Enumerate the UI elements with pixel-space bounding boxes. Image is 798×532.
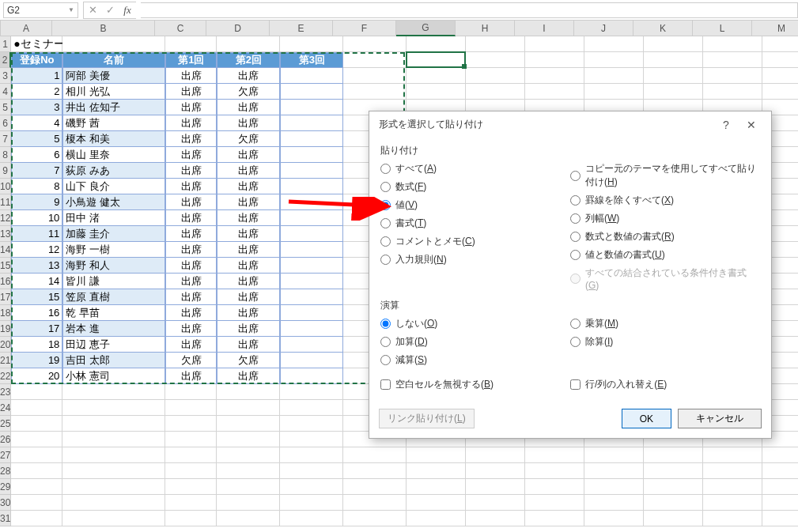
- cell-D26[interactable]: [217, 432, 280, 447]
- cell-C24[interactable]: [165, 400, 217, 416]
- cell-C12[interactable]: 出席: [165, 210, 217, 226]
- fx-icon[interactable]: fx: [119, 2, 136, 18]
- cell-H1[interactable]: [466, 36, 525, 52]
- cell-B26[interactable]: [62, 432, 165, 447]
- cell-L3[interactable]: [703, 68, 762, 84]
- cell-M4[interactable]: [762, 84, 798, 100]
- cell-E3[interactable]: [280, 68, 343, 84]
- name-box[interactable]: G2 ▼: [3, 2, 78, 18]
- cell-I31[interactable]: [525, 511, 584, 526]
- cell-C7[interactable]: 出席: [165, 131, 217, 147]
- row-header-27[interactable]: 27: [0, 447, 11, 463]
- cell-C13[interactable]: 出席: [165, 226, 217, 242]
- column-header-J[interactable]: J: [574, 21, 633, 36]
- cell-C11[interactable]: 出席: [165, 194, 217, 210]
- cell-J3[interactable]: [584, 68, 644, 84]
- cell-H29[interactable]: [466, 479, 525, 495]
- cell-J28[interactable]: [584, 463, 644, 479]
- option-valnum[interactable]: 値と数値の書式(U): [570, 248, 760, 262]
- cell-G28[interactable]: [407, 463, 466, 479]
- cell-C2[interactable]: 第1回: [165, 52, 217, 68]
- cell-D4[interactable]: 欠席: [217, 84, 280, 100]
- cell-E1[interactable]: [280, 36, 343, 52]
- cell-K30[interactable]: [644, 495, 703, 511]
- row-header-17[interactable]: 17: [0, 289, 11, 305]
- column-header-C[interactable]: C: [155, 21, 206, 36]
- cell-E22[interactable]: [280, 368, 343, 384]
- cell-F30[interactable]: [343, 495, 407, 511]
- cell-L28[interactable]: [703, 463, 762, 479]
- cell-J27[interactable]: [584, 447, 644, 463]
- cell-I3[interactable]: [525, 68, 584, 84]
- cell-L29[interactable]: [703, 479, 762, 495]
- cell-A24[interactable]: [11, 400, 62, 416]
- cell-D11[interactable]: 出席: [217, 194, 280, 210]
- cell-L30[interactable]: [703, 495, 762, 511]
- row-header-30[interactable]: 30: [0, 495, 11, 511]
- cell-I29[interactable]: [525, 479, 584, 495]
- option-none[interactable]: しない(O): [380, 317, 570, 330]
- cell-J1[interactable]: [584, 36, 644, 52]
- row-header-9[interactable]: 9: [0, 163, 11, 179]
- cell-E8[interactable]: [280, 147, 343, 163]
- cell-B2[interactable]: 名前: [62, 52, 165, 68]
- cell-D9[interactable]: 出席: [217, 163, 280, 179]
- cell-H27[interactable]: [466, 447, 525, 463]
- paste-link-button[interactable]: リンク貼り付け(L): [379, 409, 475, 428]
- row-header-14[interactable]: 14: [0, 242, 11, 258]
- cell-A27[interactable]: [11, 447, 62, 463]
- cell-B3[interactable]: 阿部 美優: [62, 68, 165, 84]
- row-header-4[interactable]: 4: [0, 84, 11, 100]
- cell-I1[interactable]: [525, 36, 584, 52]
- column-header-B[interactable]: B: [52, 21, 155, 36]
- cell-C28[interactable]: [165, 463, 217, 479]
- cell-K4[interactable]: [644, 84, 703, 100]
- cell-L2[interactable]: [703, 52, 762, 68]
- cell-B1[interactable]: [62, 36, 165, 52]
- cell-D12[interactable]: 出席: [217, 210, 280, 226]
- option-mul[interactable]: 乗算(M): [570, 317, 760, 330]
- cell-B8[interactable]: 横山 里奈: [62, 147, 165, 163]
- cell-E20[interactable]: [280, 337, 343, 353]
- cell-G30[interactable]: [407, 495, 466, 511]
- cell-B20[interactable]: 田辺 恵子: [62, 337, 165, 353]
- option-formats[interactable]: 書式(T): [380, 217, 570, 230]
- cell-B6[interactable]: 磯野 茜: [62, 115, 165, 131]
- cell-C20[interactable]: 出席: [165, 337, 217, 353]
- cell-C4[interactable]: 出席: [165, 84, 217, 100]
- row-header-11[interactable]: 11: [0, 194, 11, 210]
- cell-D23[interactable]: [217, 384, 280, 400]
- cell-K3[interactable]: [644, 68, 703, 84]
- cell-D24[interactable]: [217, 400, 280, 416]
- cell-B27[interactable]: [62, 447, 165, 463]
- cell-F3[interactable]: [343, 68, 407, 84]
- cell-D28[interactable]: [217, 463, 280, 479]
- cell-B23[interactable]: [62, 384, 165, 400]
- column-header-F[interactable]: F: [333, 21, 396, 36]
- cell-A8[interactable]: 6: [11, 147, 62, 163]
- cell-A6[interactable]: 4: [11, 115, 62, 131]
- cell-B22[interactable]: 小林 憲司: [62, 368, 165, 384]
- cell-C3[interactable]: 出席: [165, 68, 217, 84]
- cell-H3[interactable]: [466, 68, 525, 84]
- cell-G27[interactable]: [407, 447, 466, 463]
- cell-E25[interactable]: [280, 416, 343, 432]
- row-header-3[interactable]: 3: [0, 68, 11, 84]
- cell-A13[interactable]: 11: [11, 226, 62, 242]
- cell-F2[interactable]: [343, 52, 407, 68]
- option-theme[interactable]: コピー元のテーマを使用してすべて貼り付け(H): [570, 162, 760, 189]
- cell-D25[interactable]: [217, 416, 280, 432]
- cell-D31[interactable]: [217, 511, 280, 526]
- cell-A10[interactable]: 8: [11, 179, 62, 194]
- option-add[interactable]: 加算(D): [380, 335, 570, 349]
- cell-E28[interactable]: [280, 463, 343, 479]
- cell-E7[interactable]: [280, 131, 343, 147]
- cell-E17[interactable]: [280, 289, 343, 305]
- cell-L27[interactable]: [703, 447, 762, 463]
- cell-F1[interactable]: [343, 36, 407, 52]
- cell-C27[interactable]: [165, 447, 217, 463]
- row-header-15[interactable]: 15: [0, 258, 11, 274]
- cell-C9[interactable]: 出席: [165, 163, 217, 179]
- row-header-23[interactable]: 23: [0, 384, 11, 400]
- row-header-12[interactable]: 12: [0, 210, 11, 226]
